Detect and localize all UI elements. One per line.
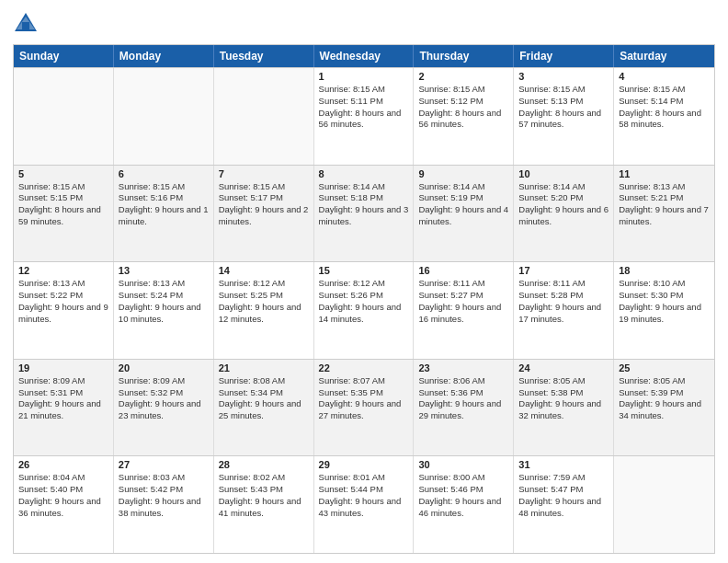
- cal-cell: 4Sunrise: 8:15 AM Sunset: 5:14 PM Daylig…: [614, 68, 714, 165]
- cal-cell: 15Sunrise: 8:12 AM Sunset: 5:26 PM Dayli…: [314, 262, 415, 359]
- cal-cell: 1Sunrise: 8:15 AM Sunset: 5:11 PM Daylig…: [314, 68, 415, 165]
- cal-cell: 5Sunrise: 8:15 AM Sunset: 5:15 PM Daylig…: [14, 166, 114, 262]
- day-number: 20: [119, 362, 209, 373]
- day-number: 15: [319, 265, 409, 276]
- cell-info: Sunrise: 8:10 AM Sunset: 5:30 PM Dayligh…: [619, 278, 710, 325]
- logo-icon: [13, 11, 39, 37]
- day-header-saturday: Saturday: [614, 45, 714, 67]
- cal-cell: 18Sunrise: 8:10 AM Sunset: 5:30 PM Dayli…: [614, 262, 714, 359]
- day-number: 30: [418, 459, 508, 470]
- cell-info: Sunrise: 8:15 AM Sunset: 5:14 PM Dayligh…: [619, 84, 710, 131]
- day-number: 18: [619, 265, 710, 276]
- day-number: 27: [119, 459, 209, 470]
- cell-info: Sunrise: 8:14 AM Sunset: 5:18 PM Dayligh…: [319, 181, 409, 228]
- cal-cell: 31Sunrise: 7:59 AM Sunset: 5:47 PM Dayli…: [514, 456, 614, 553]
- cal-cell: 26Sunrise: 8:04 AM Sunset: 5:40 PM Dayli…: [14, 456, 114, 553]
- day-number: 29: [319, 459, 409, 470]
- cell-info: Sunrise: 8:06 AM Sunset: 5:36 PM Dayligh…: [418, 375, 508, 422]
- cal-row-3: 19Sunrise: 8:09 AM Sunset: 5:31 PM Dayli…: [14, 359, 714, 456]
- cell-info: Sunrise: 8:14 AM Sunset: 5:20 PM Dayligh…: [518, 181, 609, 228]
- day-number: 11: [619, 168, 710, 179]
- day-number: 26: [18, 459, 108, 470]
- cal-cell: 29Sunrise: 8:01 AM Sunset: 5:44 PM Dayli…: [314, 456, 415, 553]
- calendar-body: 1Sunrise: 8:15 AM Sunset: 5:11 PM Daylig…: [14, 67, 714, 553]
- cal-cell: 27Sunrise: 8:03 AM Sunset: 5:42 PM Dayli…: [114, 456, 214, 553]
- cal-cell: 10Sunrise: 8:14 AM Sunset: 5:20 PM Dayli…: [514, 166, 614, 262]
- cal-cell: [114, 68, 214, 165]
- cell-info: Sunrise: 8:15 AM Sunset: 5:17 PM Dayligh…: [219, 181, 309, 228]
- day-number: 19: [18, 362, 108, 373]
- calendar: SundayMondayTuesdayWednesdayThursdayFrid…: [13, 44, 715, 554]
- day-number: 21: [219, 362, 309, 373]
- cal-cell: 23Sunrise: 8:06 AM Sunset: 5:36 PM Dayli…: [414, 360, 514, 456]
- cell-info: Sunrise: 8:04 AM Sunset: 5:40 PM Dayligh…: [18, 472, 108, 519]
- day-number: 12: [18, 265, 108, 276]
- cal-cell: 21Sunrise: 8:08 AM Sunset: 5:34 PM Dayli…: [214, 360, 314, 456]
- cell-info: Sunrise: 8:13 AM Sunset: 5:22 PM Dayligh…: [18, 278, 108, 325]
- day-number: 17: [518, 265, 609, 276]
- cell-info: Sunrise: 8:07 AM Sunset: 5:35 PM Dayligh…: [319, 375, 409, 422]
- logo: [13, 11, 41, 37]
- cal-cell: 3Sunrise: 8:15 AM Sunset: 5:13 PM Daylig…: [514, 68, 614, 165]
- cal-cell: 9Sunrise: 8:14 AM Sunset: 5:19 PM Daylig…: [414, 166, 514, 262]
- cell-info: Sunrise: 8:11 AM Sunset: 5:27 PM Dayligh…: [418, 278, 508, 325]
- cell-info: Sunrise: 8:13 AM Sunset: 5:21 PM Dayligh…: [619, 181, 710, 228]
- cell-info: Sunrise: 8:03 AM Sunset: 5:42 PM Dayligh…: [119, 472, 209, 519]
- cal-cell: 20Sunrise: 8:09 AM Sunset: 5:32 PM Dayli…: [114, 360, 214, 456]
- cal-row-4: 26Sunrise: 8:04 AM Sunset: 5:40 PM Dayli…: [14, 455, 714, 553]
- cell-info: Sunrise: 7:59 AM Sunset: 5:47 PM Dayligh…: [518, 472, 609, 519]
- cal-cell: 14Sunrise: 8:12 AM Sunset: 5:25 PM Dayli…: [214, 262, 314, 359]
- cal-cell: 13Sunrise: 8:13 AM Sunset: 5:24 PM Dayli…: [114, 262, 214, 359]
- day-number: 25: [619, 362, 710, 373]
- cal-cell: 2Sunrise: 8:15 AM Sunset: 5:12 PM Daylig…: [414, 68, 514, 165]
- day-number: 3: [518, 71, 609, 82]
- cal-row-0: 1Sunrise: 8:15 AM Sunset: 5:11 PM Daylig…: [14, 67, 714, 165]
- day-header-thursday: Thursday: [414, 45, 514, 67]
- day-number: 8: [319, 168, 409, 179]
- cal-cell: 16Sunrise: 8:11 AM Sunset: 5:27 PM Dayli…: [414, 262, 514, 359]
- day-number: 1: [319, 71, 409, 82]
- cell-info: Sunrise: 8:15 AM Sunset: 5:13 PM Dayligh…: [518, 84, 609, 131]
- cal-row-2: 12Sunrise: 8:13 AM Sunset: 5:22 PM Dayli…: [14, 261, 714, 359]
- cell-info: Sunrise: 8:05 AM Sunset: 5:39 PM Dayligh…: [619, 375, 710, 422]
- cell-info: Sunrise: 8:15 AM Sunset: 5:11 PM Dayligh…: [319, 84, 409, 131]
- cell-info: Sunrise: 8:01 AM Sunset: 5:44 PM Dayligh…: [319, 472, 409, 519]
- cell-info: Sunrise: 8:00 AM Sunset: 5:46 PM Dayligh…: [418, 472, 508, 519]
- day-header-sunday: Sunday: [14, 45, 114, 67]
- day-number: 16: [418, 265, 508, 276]
- cal-cell: 30Sunrise: 8:00 AM Sunset: 5:46 PM Dayli…: [414, 456, 514, 553]
- day-number: 5: [18, 168, 108, 179]
- day-number: 24: [518, 362, 609, 373]
- cell-info: Sunrise: 8:14 AM Sunset: 5:19 PM Dayligh…: [418, 181, 508, 228]
- day-number: 6: [119, 168, 209, 179]
- cal-cell: [214, 68, 314, 165]
- cal-cell: 7Sunrise: 8:15 AM Sunset: 5:17 PM Daylig…: [214, 166, 314, 262]
- day-number: 4: [619, 71, 710, 82]
- calendar-header: SundayMondayTuesdayWednesdayThursdayFrid…: [14, 45, 714, 67]
- cell-info: Sunrise: 8:12 AM Sunset: 5:26 PM Dayligh…: [319, 278, 409, 325]
- cell-info: Sunrise: 8:08 AM Sunset: 5:34 PM Dayligh…: [219, 375, 309, 422]
- cal-cell: 24Sunrise: 8:05 AM Sunset: 5:38 PM Dayli…: [514, 360, 614, 456]
- day-number: 14: [219, 265, 309, 276]
- day-number: 13: [119, 265, 209, 276]
- cell-info: Sunrise: 8:02 AM Sunset: 5:43 PM Dayligh…: [219, 472, 309, 519]
- cal-cell: 25Sunrise: 8:05 AM Sunset: 5:39 PM Dayli…: [614, 360, 714, 456]
- cell-info: Sunrise: 8:13 AM Sunset: 5:24 PM Dayligh…: [119, 278, 209, 325]
- cell-info: Sunrise: 8:15 AM Sunset: 5:12 PM Dayligh…: [418, 84, 508, 131]
- header: [13, 11, 715, 37]
- day-number: 10: [518, 168, 609, 179]
- cal-cell: 12Sunrise: 8:13 AM Sunset: 5:22 PM Dayli…: [14, 262, 114, 359]
- day-number: 2: [418, 71, 508, 82]
- cal-cell: 19Sunrise: 8:09 AM Sunset: 5:31 PM Dayli…: [14, 360, 114, 456]
- day-number: 31: [518, 459, 609, 470]
- day-header-monday: Monday: [114, 45, 214, 67]
- cell-info: Sunrise: 8:09 AM Sunset: 5:31 PM Dayligh…: [18, 375, 108, 422]
- cell-info: Sunrise: 8:11 AM Sunset: 5:28 PM Dayligh…: [518, 278, 609, 325]
- cal-cell: 6Sunrise: 8:15 AM Sunset: 5:16 PM Daylig…: [114, 166, 214, 262]
- day-number: 9: [418, 168, 508, 179]
- cal-cell: 11Sunrise: 8:13 AM Sunset: 5:21 PM Dayli…: [614, 166, 714, 262]
- cal-cell: 8Sunrise: 8:14 AM Sunset: 5:18 PM Daylig…: [314, 166, 415, 262]
- page: SundayMondayTuesdayWednesdayThursdayFrid…: [0, 0, 728, 563]
- day-number: 23: [418, 362, 508, 373]
- cal-cell: 17Sunrise: 8:11 AM Sunset: 5:28 PM Dayli…: [514, 262, 614, 359]
